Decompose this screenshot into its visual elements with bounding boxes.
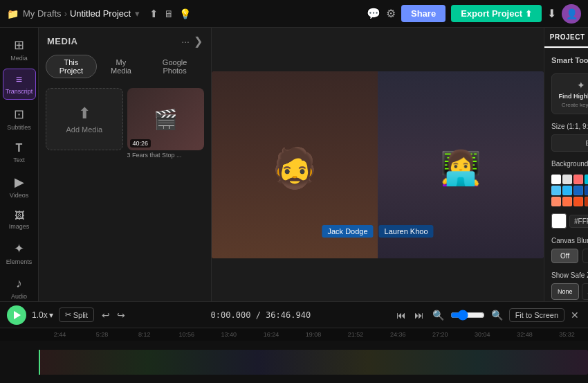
right-panel-content: Smart Tools ‹ › ✦ Find Highlights Create… <box>544 48 588 301</box>
find-highlights-label: Find Highlights <box>559 93 589 100</box>
upload-icon[interactable]: ⬆ <box>149 8 158 20</box>
swatch-cyan[interactable] <box>585 175 588 184</box>
canvas-blur-label: Canvas Blur <box>551 237 588 244</box>
bg-color-section: Background Color <box>551 160 588 229</box>
timeline-track[interactable] <box>0 341 588 383</box>
close-timeline-button[interactable]: ✕ <box>569 308 581 323</box>
zoom-slider[interactable] <box>450 310 485 321</box>
speed-chevron: ▾ <box>49 310 53 320</box>
subtitles-icon: ⊡ <box>14 107 24 122</box>
color-preview[interactable] <box>551 213 567 229</box>
sidebar-item-elements-label: Elements <box>6 258 33 265</box>
ruler-mark-6: 19:08 <box>292 331 334 338</box>
sidebar-item-audio[interactable]: ♪ Audio <box>3 272 36 301</box>
ruler-mark-4: 13:40 <box>208 331 250 338</box>
media-icon: ⊞ <box>14 37 24 53</box>
zoom-in-button[interactable]: 🔍 <box>489 308 505 323</box>
collapse-icon[interactable]: ❯ <box>194 35 203 48</box>
sidebar-item-transcript[interactable]: ≡ Transcript <box>3 69 36 100</box>
color-input-row: ✏ <box>551 213 588 229</box>
tab-my-media[interactable]: My Media <box>100 55 143 78</box>
resize-canvas-button[interactable]: ⊞ Resize Canvas <box>551 134 588 152</box>
project-name[interactable]: Untitled Project <box>70 8 131 19</box>
topbar-icons: ⬆ 🖥 💡 <box>149 8 191 20</box>
export-button[interactable]: Export Project ⬆ <box>451 5 542 22</box>
swatch-blue1[interactable] <box>551 186 561 195</box>
share-button[interactable]: Share <box>401 5 445 22</box>
safe-zones-section: Show Safe Zones ? None All ♪ ▶ ⬡ <box>551 271 588 300</box>
redo-button[interactable]: ↪ <box>115 308 127 323</box>
safe-zone-all[interactable]: All <box>582 283 588 300</box>
sidebar-item-images[interactable]: 🖼 Images <box>3 206 36 234</box>
blur-on-button[interactable]: On <box>582 249 588 263</box>
swatch-blue3[interactable] <box>573 186 583 195</box>
media-thumb-cell-1: 🎬 40:26 3 Fears that Stop ... <box>127 88 205 297</box>
images-icon: 🖼 <box>15 210 24 221</box>
swatch-blue2[interactable] <box>562 186 572 195</box>
ruler-marks: 2:44 5:28 8:12 10:56 13:40 16:24 19:08 2… <box>39 331 588 338</box>
swatch-row-1 <box>551 186 588 195</box>
safe-zone-none[interactable]: None <box>551 283 579 300</box>
breadcrumb-folder[interactable]: My Drafts <box>23 8 62 19</box>
timeline: 2:44 5:28 8:12 10:56 13:40 16:24 19:08 2… <box>0 328 588 383</box>
tab-project[interactable]: PROJECT <box>544 28 588 48</box>
sidebar-item-videos[interactable]: ▶ Videos <box>3 170 36 203</box>
swatch-orange2[interactable] <box>562 197 572 206</box>
speed-value: 1.0x <box>32 310 48 320</box>
zoom-out-button[interactable]: 🔍 <box>430 308 446 323</box>
swatch-lightgray[interactable] <box>562 175 572 184</box>
media-thumbnail-1[interactable]: 🎬 40:26 <box>127 88 205 150</box>
swatch-orange1[interactable] <box>551 197 561 206</box>
sidebar-item-text[interactable]: T Text <box>3 138 36 168</box>
size-row: ⊞ Resize Canvas <box>551 134 588 152</box>
bg-color-label: Background Color <box>551 160 588 168</box>
swatch-red[interactable] <box>573 175 583 184</box>
sidebar-item-subtitles[interactable]: ⊡ Subtitles <box>3 103 36 135</box>
right-panel: PROJECT TIMING VERSIONS Smart Tools ‹ › … <box>544 28 588 301</box>
swatch-row-0 <box>551 175 588 184</box>
smart-tools-wrap: ✦ Find Highlights Create key clips ⚡ Mag… <box>551 73 588 114</box>
more-options-icon[interactable]: ··· <box>181 36 190 47</box>
fit-to-screen-button[interactable]: Fit to Screen <box>509 308 564 322</box>
play-button[interactable] <box>7 305 26 325</box>
tab-google-photos[interactable]: Google Photos <box>145 55 204 78</box>
color-hex-input[interactable] <box>569 215 588 228</box>
avatar[interactable]: 👤 <box>562 4 581 24</box>
swatch-orange3[interactable] <box>573 197 583 206</box>
find-highlights-sub: Create key clips <box>562 102 588 108</box>
skip-end-button[interactable]: ⏭ <box>412 308 426 323</box>
ruler-mark-10: 30:04 <box>461 331 504 338</box>
swatch-blue4[interactable] <box>585 186 588 195</box>
swatch-row-2 <box>551 197 588 206</box>
sidebar-item-media[interactable]: ⊞ Media <box>3 33 36 66</box>
chat-icon[interactable]: 💬 <box>367 7 380 20</box>
timecode: 0:00.000 / 36:46.940 <box>133 310 389 320</box>
tab-this-project[interactable]: This Project <box>46 55 97 78</box>
media-label-1: 3 Fears that Stop ... <box>127 152 203 159</box>
caption-left: Jack Dodge <box>322 225 373 238</box>
elements-icon: ✦ <box>14 241 24 256</box>
monitor-icon[interactable]: 🖥 <box>164 8 174 19</box>
ruler-mark-5: 16:24 <box>250 331 292 338</box>
sidebar-item-elements[interactable]: ✦ Elements <box>3 237 36 269</box>
svg-marker-0 <box>14 311 21 319</box>
speed-selector[interactable]: 1.0x ▾ <box>32 310 53 320</box>
ruler-mark-7: 21:52 <box>335 331 377 338</box>
media-grid: ⬆ Add Media 🎬 40:26 3 Fears that Stop ..… <box>39 84 211 301</box>
download-button[interactable]: ⬇ <box>547 7 556 20</box>
find-highlights-button[interactable]: ✦ Find Highlights Create key clips <box>551 73 588 114</box>
undo-button[interactable]: ↩ <box>100 308 112 323</box>
bulb-icon[interactable]: 💡 <box>179 8 191 19</box>
split-button[interactable]: ✂ Split <box>59 308 94 322</box>
add-media-button[interactable]: ⬆ Add Media <box>46 88 123 150</box>
topbar: 📁 My Drafts › Untitled Project ▾ ⬆ 🖥 💡 💬… <box>0 0 588 28</box>
blur-off-button[interactable]: Off <box>551 249 578 263</box>
ruler-mark-2: 8:12 <box>123 331 165 338</box>
resize-icon: ⊞ <box>585 139 588 148</box>
skip-start-button[interactable]: ⏮ <box>394 308 408 323</box>
swatch-white[interactable] <box>551 175 561 184</box>
settings-icon[interactable]: ⚙ <box>386 7 396 20</box>
ruler-mark-12: 35:32 <box>546 331 588 338</box>
ruler-mark-11: 32:48 <box>504 331 546 338</box>
swatch-brown[interactable] <box>585 197 588 206</box>
